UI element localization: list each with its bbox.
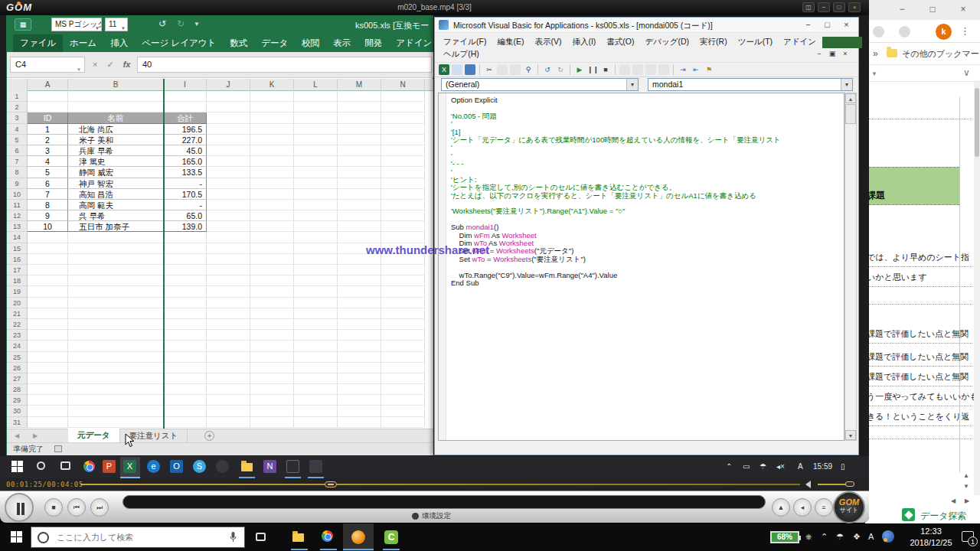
grid-cell[interactable]: 名前	[68, 112, 164, 123]
grid-cell[interactable]	[294, 167, 338, 178]
menu-debug[interactable]: デバッグ(D)	[640, 36, 695, 48]
grid-cell[interactable]	[250, 145, 294, 156]
grid-cell[interactable]	[250, 124, 294, 135]
grid-cell[interactable]	[207, 352, 250, 363]
grid-cell[interactable]: 合計	[164, 112, 207, 123]
bookmark-icon[interactable]: ⚑	[704, 64, 714, 75]
grid-cell[interactable]	[338, 135, 381, 145]
tab-insert[interactable]: 挿入	[103, 34, 135, 52]
grid-cell[interactable]	[207, 145, 250, 156]
row-header[interactable]: 11	[7, 200, 28, 210]
grid-cell[interactable]	[207, 319, 250, 330]
grid-cell[interactable]	[250, 298, 294, 308]
grid-cell[interactable]	[294, 200, 338, 210]
grid-cell[interactable]	[294, 91, 338, 102]
grid-cell[interactable]	[250, 330, 294, 341]
code-vscrollbar[interactable]: ▲ ▼	[844, 93, 857, 441]
grid-cell[interactable]: 4	[28, 156, 68, 167]
scroll-down-icon[interactable]: ▼	[845, 430, 856, 440]
grid-cell[interactable]	[338, 102, 381, 112]
grid-cell[interactable]	[164, 384, 207, 395]
grid-cell[interactable]: 5	[28, 167, 68, 178]
grid-cell[interactable]	[207, 102, 250, 112]
row-header[interactable]: 13	[7, 221, 28, 232]
grid-cell[interactable]	[207, 221, 250, 232]
row-header[interactable]: 22	[7, 319, 28, 330]
extension-icon[interactable]	[899, 26, 910, 37]
grid-cell[interactable]	[207, 308, 250, 319]
profile-avatar[interactable]: k	[936, 24, 952, 40]
row-header[interactable]: 16	[7, 254, 28, 265]
grid-cell[interactable]	[28, 330, 68, 341]
menu-help[interactable]: ヘルプ(H)	[438, 48, 485, 59]
seek-bar[interactable]	[80, 484, 800, 485]
grid-cell[interactable]	[294, 102, 338, 112]
grid-cell[interactable]	[338, 156, 381, 167]
grid-cell[interactable]	[164, 232, 207, 243]
grid-cell[interactable]	[68, 352, 164, 363]
grid-cell[interactable]	[68, 298, 164, 308]
menu-insert[interactable]: 挿入(I)	[567, 36, 601, 48]
grid-cell[interactable]	[338, 352, 381, 363]
row-header[interactable]: 23	[7, 330, 28, 341]
grid-cell[interactable]	[164, 243, 207, 254]
scroll-down-icon[interactable]: ▼	[963, 483, 969, 490]
gom-maximize-button[interactable]: □	[833, 2, 845, 12]
grid-cell[interactable]	[28, 286, 68, 297]
extension-icon[interactable]	[873, 26, 884, 37]
grid-cell[interactable]	[381, 221, 425, 232]
grid-cell[interactable]	[207, 156, 250, 167]
prev-button[interactable]: ⏮	[67, 498, 86, 517]
row-header[interactable]: 17	[7, 265, 28, 276]
grid-cell[interactable]	[294, 308, 338, 319]
gom-pin-button[interactable]: ◫	[802, 2, 815, 12]
grid-cell[interactable]	[164, 341, 207, 351]
browser-menu-icon[interactable]: ⋮	[960, 25, 970, 37]
grid-cell[interactable]	[338, 200, 381, 210]
grid-cell[interactable]	[28, 232, 68, 243]
qat-more-icon[interactable]: ▼	[194, 21, 200, 28]
grid-cell[interactable]	[250, 417, 294, 428]
scroll-left-icon[interactable]: ◀	[951, 497, 956, 504]
gom-player-icon[interactable]	[351, 530, 365, 544]
grid-cell[interactable]	[381, 298, 425, 308]
browser-minimize-button[interactable]: −	[897, 5, 906, 14]
grid-cell[interactable]	[338, 145, 381, 156]
grid-cell[interactable]	[294, 352, 338, 363]
green-cell[interactable]: 課題	[865, 167, 959, 205]
start-button[interactable]	[11, 531, 22, 543]
grid-cell[interactable]: 2	[28, 135, 68, 145]
grid-cell[interactable]	[68, 395, 164, 406]
row-header[interactable]: 6	[7, 145, 28, 156]
code-pane[interactable]: Option Explicit 'No.005 - 問題''[1]'シート「元デ…	[438, 93, 844, 441]
grid-cell[interactable]	[207, 210, 250, 221]
grid-cell[interactable]: 津 篤史	[68, 156, 164, 167]
save-icon[interactable]	[465, 64, 475, 75]
grid-cell[interactable]	[164, 395, 207, 406]
grid-cell[interactable]	[164, 298, 207, 308]
explore-button[interactable]: データ探索	[902, 507, 980, 523]
redo-icon[interactable]: ↻	[555, 64, 566, 75]
grid-cell[interactable]	[294, 417, 338, 428]
grid-cell[interactable]	[294, 156, 338, 167]
properties-icon[interactable]	[645, 64, 656, 75]
grid-cell[interactable]	[338, 298, 381, 308]
grid-cell[interactable]	[338, 341, 381, 351]
speaker-icon[interactable]	[805, 481, 811, 488]
grid-cell[interactable]	[294, 406, 338, 416]
tab-home[interactable]: ホーム	[63, 34, 103, 52]
tab-data[interactable]: データ	[254, 34, 295, 52]
grid-cell[interactable]	[338, 265, 381, 276]
menu-window[interactable]: ウ(W)	[863, 36, 869, 48]
row-header[interactable]: 1	[7, 91, 28, 102]
grid-cell[interactable]	[28, 395, 68, 406]
vba-minimize-button[interactable]: −	[802, 19, 814, 31]
tab-developer[interactable]: 開発	[358, 34, 389, 52]
grid-cell[interactable]	[164, 417, 207, 428]
column-header[interactable]: N	[381, 79, 425, 91]
grid-cell[interactable]	[250, 308, 294, 319]
cut-icon[interactable]: ✂	[484, 64, 495, 75]
grid-cell[interactable]	[28, 254, 68, 265]
grid-cell[interactable]	[207, 406, 250, 416]
grid-cell[interactable]: 196.5	[164, 124, 207, 135]
